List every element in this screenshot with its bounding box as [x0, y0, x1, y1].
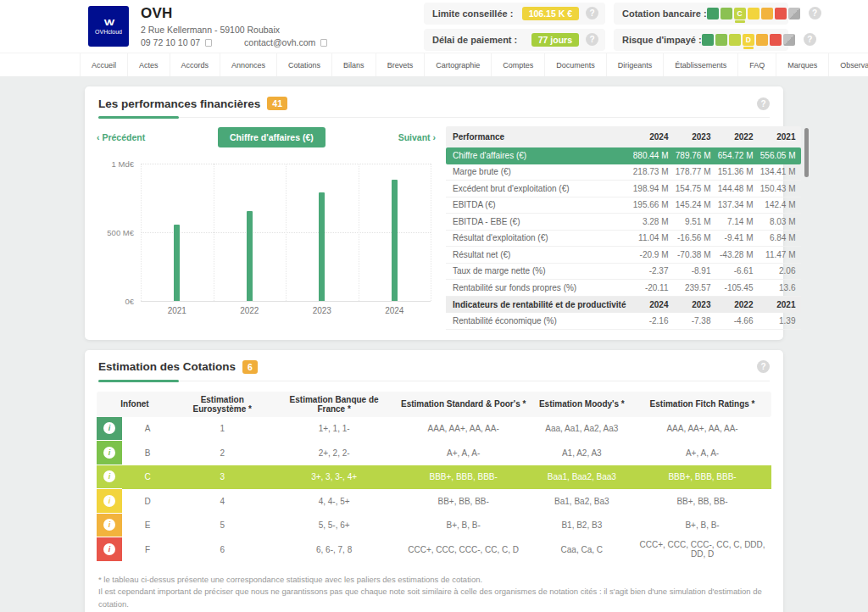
- tab-brevets[interactable]: Brevets: [376, 53, 426, 76]
- row-value: 3.28 M: [626, 217, 669, 226]
- tab-comptes[interactable]: Comptes: [492, 53, 545, 76]
- table-scrollbar-thumb[interactable]: [804, 128, 809, 177]
- delai-label: Délai de paiement :: [432, 35, 517, 45]
- row-value: 137.34 M: [711, 200, 754, 209]
- rating-value: 5: [173, 514, 271, 538]
- info-icon[interactable]: i: [103, 447, 115, 459]
- rating-value: BBB+, BBB, BBB-: [633, 465, 771, 490]
- limite-label: Limite conseillée :: [432, 8, 513, 19]
- row-value: 2023: [669, 300, 711, 309]
- rating-square-selected: C: [734, 8, 746, 19]
- chart-prev-button[interactable]: ‹ Précédent: [97, 132, 145, 142]
- rating-value: A1, A2, A3: [531, 441, 634, 465]
- table-row[interactable]: Marge brute (€)218.73 M178.77 M151.36 M1…: [446, 164, 801, 181]
- tab-accueil[interactable]: Accueil: [80, 53, 128, 76]
- copy-email-icon[interactable]: [320, 39, 327, 47]
- rating-value: 2+, 2, 2-: [271, 441, 396, 465]
- tab-marques[interactable]: Marques: [776, 53, 829, 76]
- row-label: EBITDA - EBE (€): [453, 217, 626, 226]
- row-value: 11.04 M: [626, 233, 669, 242]
- row-value: 150.43 M: [754, 184, 796, 193]
- tab-bilans[interactable]: Bilans: [332, 53, 376, 76]
- ovhcloud-logo-icon: vv: [104, 18, 113, 26]
- row-label: Chiffre d'affaires (€): [453, 151, 626, 160]
- row-value: -2.37: [626, 266, 669, 275]
- rating-value: 4, 4-, 5+: [271, 489, 396, 514]
- info-icon[interactable]: i: [103, 470, 115, 482]
- info-icon[interactable]: i: [103, 519, 115, 531]
- table-row[interactable]: Rentabilité sur fonds propres (%)-20.112…: [446, 280, 801, 297]
- row-value: -105.45: [711, 283, 754, 292]
- tab-etablissements[interactable]: Établissements: [664, 53, 738, 76]
- tab-cotations[interactable]: Cotations: [277, 53, 332, 76]
- tab-observations[interactable]: Observations: [829, 53, 868, 76]
- chart-next-button[interactable]: Suivant ›: [398, 132, 436, 142]
- kpi-risque-impaye: Risque d'impayé : D ?: [614, 29, 788, 51]
- delai-value-badge: 77 jours: [531, 33, 579, 47]
- row-value: -7.38: [669, 316, 711, 325]
- row-value: 789.76 M: [669, 151, 711, 160]
- table-row[interactable]: Résultat d'exploitation (€)11.04 M-16.56…: [446, 231, 801, 248]
- rating-row-a: iA11+, 1, 1-AAA, AA+, AA, AA-Aaa, Aa1, A…: [97, 417, 771, 442]
- rating-color-cell: i: [97, 417, 122, 442]
- help-icon[interactable]: ?: [804, 33, 816, 46]
- rating-value: CCC+, CCC, CCC-, CC, C, DDD, DD, D: [633, 537, 771, 562]
- rating-value: CCC+, CCC, CCC-, CC, C, D: [397, 537, 531, 562]
- row-label: Excédent brut d'exploitation (€): [453, 184, 626, 193]
- row-value: -4.66: [711, 316, 754, 325]
- row-value: -20.9 M: [626, 250, 669, 259]
- x-axis-tick-label: 2024: [359, 306, 431, 315]
- row-value: -20.11: [626, 283, 669, 292]
- y-axis-tick-label: 1 Md€: [95, 159, 134, 169]
- rating-value: 1+, 1, 1-: [271, 417, 396, 442]
- cotations-title: Estimation des Cotations: [98, 360, 236, 373]
- table-row[interactable]: Rentabilité économique (%)-2.16-7.38-4.6…: [446, 313, 801, 330]
- rating-square-selected: D: [743, 34, 754, 46]
- info-icon[interactable]: i: [103, 543, 115, 555]
- rating-color-cell: i: [97, 441, 122, 465]
- help-icon[interactable]: ?: [586, 33, 598, 46]
- tab-cartographie[interactable]: Cartographie: [425, 53, 492, 76]
- table-row[interactable]: Résultat net (€)-20.9 M-70.38 M-43.28 M1…: [446, 247, 801, 264]
- row-value: 1.39: [754, 316, 796, 325]
- cotations-table-header: InfonetEstimation Eurosystème *Estimatio…: [97, 392, 771, 417]
- help-icon[interactable]: ?: [809, 7, 821, 19]
- rating-value: BB+, BB, BB-: [397, 489, 531, 514]
- chart-bar-2023: [319, 192, 325, 301]
- tab-faq[interactable]: FAQ: [738, 53, 776, 76]
- chart-metric-button[interactable]: Chiffre d'affaires (€): [218, 127, 326, 147]
- help-icon[interactable]: ?: [757, 97, 770, 110]
- info-icon[interactable]: i: [103, 495, 115, 507]
- cotations-card: Estimation des Cotations 6 ? InfonetEsti…: [85, 350, 783, 612]
- tab-actes[interactable]: Actes: [128, 53, 170, 76]
- help-icon[interactable]: ?: [757, 360, 770, 373]
- table-row[interactable]: Taux de marge nette (%)-2.37-8.91-6.612.…: [446, 264, 801, 281]
- rating-value: A+, A, A-: [633, 441, 771, 465]
- tab-documents[interactable]: Documents: [545, 53, 607, 76]
- company-logo: vv OVHcloud: [88, 6, 129, 47]
- gridline: [431, 164, 431, 301]
- main-nav: AccueilActesAccordsAnnoncesCotationsBila…: [0, 53, 868, 76]
- column-header: 2024: [626, 132, 669, 142]
- performance-table-header-row: Performance2024202320222021: [446, 126, 801, 147]
- rating-grade-letter: C: [737, 9, 743, 18]
- tab-accords[interactable]: Accords: [170, 53, 221, 76]
- table-row[interactable]: Chiffre d'affaires (€)880.44 M789.76 M65…: [446, 147, 801, 164]
- tab-annonces[interactable]: Annonces: [220, 53, 277, 76]
- table-row[interactable]: EBITDA (€)195.66 M145.24 M137.34 M142.4 …: [446, 198, 801, 214]
- table-row[interactable]: EBITDA - EBE (€)3.28 M9.51 M7.14 M8.03 M: [446, 214, 801, 231]
- gridline: [141, 301, 431, 302]
- tab-dirigeants[interactable]: Dirigeants: [607, 53, 665, 76]
- rating-square: [775, 8, 787, 19]
- table-row[interactable]: Excédent brut d'exploitation (€)198.94 M…: [446, 181, 801, 198]
- rating-value: 4: [173, 489, 271, 514]
- row-value: 239.57: [669, 283, 711, 292]
- rating-value: 6, 6-, 7, 8: [271, 537, 396, 562]
- rating-value: 2: [173, 441, 271, 465]
- help-icon[interactable]: ?: [586, 7, 598, 19]
- copy-phone-icon[interactable]: [205, 39, 212, 47]
- info-icon[interactable]: i: [103, 422, 115, 434]
- x-axis-tick-label: 2023: [286, 306, 359, 315]
- rating-square: [729, 34, 741, 46]
- gridline: [359, 164, 359, 301]
